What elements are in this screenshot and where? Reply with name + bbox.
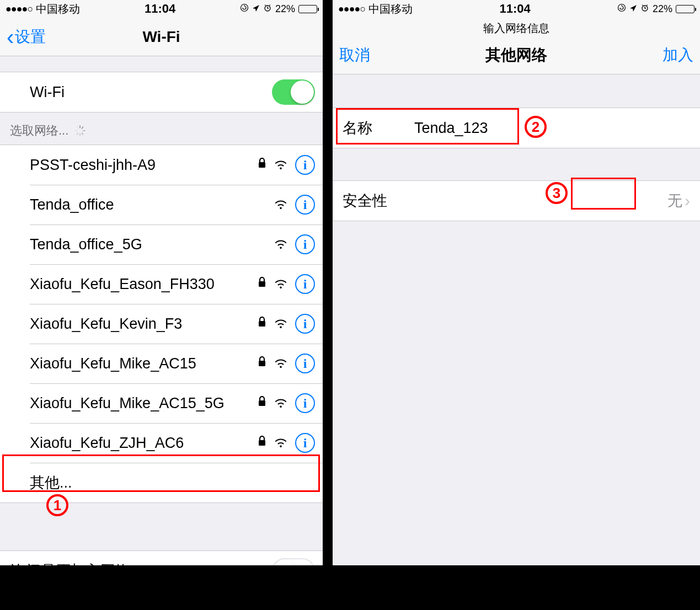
security-row[interactable]: 安全性 无 › <box>333 180 700 221</box>
carrier-label: 中国移动 <box>36 2 80 17</box>
network-row[interactable]: Tenda_office_5Gi <box>0 224 323 264</box>
page-title: 其他网络 <box>485 45 547 66</box>
info-button[interactable]: i <box>295 234 315 254</box>
lock-icon <box>258 277 266 291</box>
battery-pct-label: 22% <box>275 3 295 15</box>
svg-rect-13 <box>259 361 265 366</box>
security-value: 无 <box>667 191 682 211</box>
orientation-lock-icon <box>617 3 626 15</box>
info-button[interactable]: i <box>295 155 315 175</box>
svg-line-3 <box>82 127 83 129</box>
back-button[interactable]: ‹ 设置 <box>7 26 46 48</box>
wifi-signal-icon <box>274 238 287 251</box>
network-row[interactable]: PSST-ceshi-jhh-A9i <box>0 145 323 185</box>
info-button[interactable]: i <box>295 433 315 453</box>
lock-icon <box>258 396 266 410</box>
wifi-toggle-row: Wi-Fi <box>0 72 323 112</box>
network-ssid: Tenda_office_5G <box>30 236 274 253</box>
lock-icon <box>258 158 266 172</box>
ask-join-switch[interactable] <box>272 558 315 565</box>
battery-icon <box>676 5 694 13</box>
info-button[interactable]: i <box>295 195 315 215</box>
ask-join-label: 询问是否加入网络 <box>11 561 272 565</box>
svg-rect-14 <box>259 400 265 406</box>
wifi-toggle-switch[interactable] <box>272 79 315 105</box>
info-button[interactable]: i <box>295 274 315 294</box>
wifi-signal-icon <box>274 436 287 450</box>
network-ssid: Xiaofu_Kefu_ZJH_AC6 <box>30 435 258 452</box>
ask-join-row: 询问是否加入网络 <box>0 551 323 565</box>
network-name-input[interactable] <box>414 120 690 137</box>
network-ssid: Xiaofu_Kefu_Mike_AC15 <box>30 355 258 372</box>
lock-icon <box>258 356 266 371</box>
network-row[interactable]: Xiaofu_Kefu_Kevin_F3i <box>0 304 323 344</box>
network-ssid: Xiaofu_Kefu_Kevin_F3 <box>30 315 258 333</box>
wifi-signal-icon <box>274 397 287 410</box>
location-icon <box>629 3 637 15</box>
wifi-toggle-group: Wi-Fi <box>0 72 323 113</box>
nav-prompt: 输入网络信息 <box>333 18 700 36</box>
wifi-toggle-label: Wi-Fi <box>30 84 272 101</box>
wifi-signal-icon <box>274 317 287 330</box>
svg-line-7 <box>77 133 78 135</box>
svg-rect-11 <box>259 281 265 287</box>
other-network-row[interactable]: 其他... <box>0 463 323 502</box>
orientation-lock-icon <box>240 3 249 15</box>
clock-label: 11:04 <box>145 2 175 16</box>
network-list: PSST-ceshi-jhh-A9iTenda_officeiTenda_off… <box>0 145 323 503</box>
info-button[interactable]: i <box>295 314 315 334</box>
chevron-right-icon: › <box>685 191 690 210</box>
ask-join-group: 询问是否加入网络 <box>0 550 323 565</box>
battery-icon <box>298 5 317 13</box>
alarm-icon <box>640 3 649 15</box>
network-row[interactable]: Tenda_officei <box>0 185 323 224</box>
cancel-button[interactable]: 取消 <box>339 45 370 66</box>
annotation-badge-1: 1 <box>46 494 68 516</box>
wifi-signal-icon <box>274 198 287 211</box>
join-button[interactable]: 加入 <box>662 45 693 66</box>
svg-line-5 <box>82 133 83 135</box>
battery-pct-label: 22% <box>653 3 672 15</box>
svg-line-9 <box>77 127 78 129</box>
back-label: 设置 <box>15 26 46 47</box>
network-row[interactable]: Xiaofu_Kefu_Mike_AC15_5Gi <box>0 383 323 423</box>
network-row[interactable]: Xiaofu_Kefu_Mike_AC15i <box>0 344 323 383</box>
annotation-badge-2: 2 <box>525 116 547 138</box>
network-row[interactable]: Xiaofu_Kefu_ZJH_AC6i <box>0 423 323 463</box>
annotation-badge-3: 3 <box>546 182 568 204</box>
page-title: Wi-Fi <box>142 28 180 46</box>
wifi-signal-icon <box>274 158 287 172</box>
name-label: 名称 <box>343 118 414 138</box>
spinner-icon <box>74 125 86 137</box>
wifi-settings-screen: ●●●●○ 中国移动 11:04 22% ‹ 设置 Wi-Fi Wi-Fi <box>0 0 323 565</box>
svg-rect-12 <box>259 321 265 327</box>
signal-dots-icon: ●●●●○ <box>338 3 365 15</box>
other-network-screen: ●●●●○ 中国移动 11:04 22% 输入网络信息 取消 其他网络 加入 名… <box>333 0 700 565</box>
location-icon <box>252 3 260 15</box>
nav-bar: 取消 其他网络 加入 <box>333 36 700 74</box>
svg-rect-15 <box>259 440 265 446</box>
status-bar: ●●●●○ 中国移动 11:04 22% <box>333 0 700 18</box>
nav-bar: ‹ 设置 Wi-Fi <box>0 18 323 56</box>
signal-dots-icon: ●●●●○ <box>6 3 33 15</box>
info-button[interactable]: i <box>295 354 315 373</box>
svg-rect-10 <box>259 162 265 168</box>
network-ssid: Xiaofu_Kefu_Eason_FH330 <box>30 276 258 293</box>
lock-icon <box>258 436 266 450</box>
security-label: 安全性 <box>343 191 667 211</box>
choose-network-header: 选取网络... <box>0 113 323 145</box>
network-ssid: Tenda_office <box>30 196 274 213</box>
status-bar: ●●●●○ 中国移动 11:04 22% <box>0 0 323 18</box>
alarm-icon <box>263 3 272 15</box>
network-ssid: Xiaofu_Kefu_Mike_AC15_5G <box>30 395 258 412</box>
info-button[interactable]: i <box>295 393 315 413</box>
wifi-signal-icon <box>274 277 287 291</box>
wifi-signal-icon <box>274 357 287 370</box>
network-name-row[interactable]: 名称 <box>333 108 700 148</box>
clock-label: 11:04 <box>500 2 531 16</box>
network-row[interactable]: Xiaofu_Kefu_Eason_FH330i <box>0 264 323 304</box>
chevron-left-icon: ‹ <box>7 26 14 48</box>
lock-icon <box>258 317 266 331</box>
network-ssid: PSST-ceshi-jhh-A9 <box>30 157 258 174</box>
other-label: 其他... <box>30 473 315 493</box>
